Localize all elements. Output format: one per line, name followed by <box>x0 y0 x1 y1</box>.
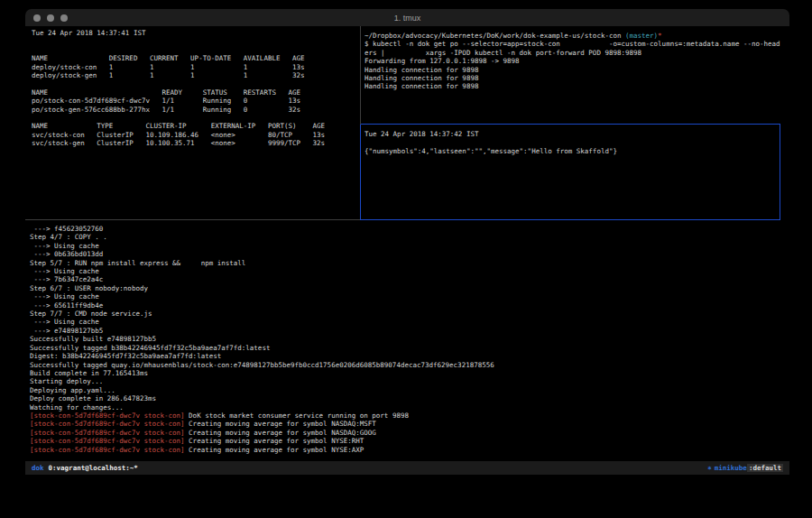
terminal-line: Step 7/7 : CMD node service.js <box>30 310 779 318</box>
terminal-line <box>32 37 356 45</box>
terminal-line: po/stock-gen-576cc688bb-277hx 1/1 Runnin… <box>32 106 356 114</box>
pane-border-vertical-active <box>360 125 361 220</box>
terminal-line: NAME READY STATUS RESTARTS AGE <box>32 88 356 97</box>
terminal-line: NAME TYPE CLUSTER-IP EXTERNAL-IP PORT(S)… <box>32 122 356 130</box>
terminal-line: ---> f45623052760 <box>30 225 779 233</box>
tmux-status-bar: dok 0:vagrant@localhost:~* ⎈ minikube :d… <box>25 461 789 475</box>
terminal-line: Successfully tagged b38b42246945fd7f32c5… <box>30 344 779 352</box>
terminal-line: Forwarding from 127.0.0.1:9898 -> 9898 <box>364 57 781 65</box>
pane-curl-response[interactable]: Tue 24 Apr 2018 14:37:42 IST{"numsymbols… <box>364 130 775 155</box>
window-titlebar: 1. tmux <box>25 9 789 26</box>
tmux-window-item[interactable]: 0:vagrant@localhost:~* <box>49 464 138 472</box>
terminal-line: Step 5/7 : RUN npm install express && np… <box>30 259 779 267</box>
terminal-line: deploy/stock-gen 1 1 1 1 32s <box>32 71 356 79</box>
terminal-line: {"numsymbols":4,"lastseen":"","message":… <box>364 147 775 155</box>
pane-border-vertical-top <box>360 26 361 125</box>
terminal-line: Successfully tagged quay.io/mhausenblas/… <box>30 361 779 369</box>
pane-port-forward[interactable]: ~/Dropbox/advocacy/Kubernetes/DoK/work/d… <box>364 32 781 91</box>
pane-border-horizontal-right-active <box>361 124 780 125</box>
terminal-line: [stock-con-5d7df689cf-dwc7v stock-con] C… <box>30 446 779 454</box>
terminal-line: [stock-con-5d7df689cf-dwc7v stock-con] C… <box>30 420 779 428</box>
terminal-line <box>32 46 356 54</box>
terminal-line: ---> Using cache <box>30 318 779 326</box>
terminal-line: ~/Dropbox/advocacy/Kubernetes/DoK/work/d… <box>364 32 781 40</box>
terminal-line: [stock-con-5d7df689cf-dwc7v stock-con] C… <box>30 437 779 445</box>
terminal-line: [stock-con-5d7df689cf-dwc7v stock-con] D… <box>30 412 779 420</box>
window-title: 1. tmux <box>25 14 789 23</box>
terminal-line: svc/stock-gen ClusterIP 10.100.35.71 <no… <box>32 139 356 147</box>
terminal-line: Deploying app.yaml... <box>30 386 779 394</box>
terminal-line: ---> 0b636bd013dd <box>30 250 779 258</box>
terminal-line: Tue 24 Apr 2018 14:37:41 IST <box>32 29 356 37</box>
terminal-line <box>32 79 356 88</box>
pane-border-horizontal-active-bottom <box>360 219 780 220</box>
terminal-line: svc/stock-con ClusterIP 10.109.186.46 <n… <box>32 131 356 139</box>
terminal-line: [stock-con-5d7df689cf-dwc7v stock-con] C… <box>30 429 779 437</box>
terminal-line: ers | xargs -IPOD kubectl -n dok port-fo… <box>364 49 781 57</box>
terminal-line: Digest: b38b42246945fd7f32c5ba9aea7af7fd… <box>30 352 779 360</box>
terminal-line: Watching for changes... <box>30 403 779 412</box>
pane-kubectl-watch[interactable]: Tue 24 Apr 2018 14:37:41 ISTNAME DESIRED… <box>32 29 356 148</box>
terminal-line: Handling connection for 9898 <box>364 74 781 82</box>
terminal-line: Handling connection for 9898 <box>364 66 781 74</box>
terminal-line: Step 6/7 : USER nobody:nobody <box>30 284 779 292</box>
terminal-line: Handling connection for 9898 <box>364 82 781 90</box>
kubernetes-helm-icon: ⎈ <box>707 464 712 472</box>
terminal-line <box>32 114 356 122</box>
pane-border-right-active <box>780 124 780 220</box>
terminal-line: Tue 24 Apr 2018 14:37:42 IST <box>364 130 775 138</box>
tmux-session-name: dok <box>32 464 44 472</box>
pane-build-log[interactable]: ---> f45623052760Step 4/7 : COPY . . ---… <box>30 225 779 454</box>
terminal-line: ---> 65611ff9db4e <box>30 301 779 310</box>
terminal-line: deploy/stock-con 1 1 1 1 13s <box>32 63 356 71</box>
terminal-line: ---> Using cache <box>30 242 779 250</box>
terminal-line: ---> 7b6347ce2a4c <box>30 275 779 283</box>
terminal-line: Step 4/7 : COPY . . <box>30 233 779 241</box>
terminal-line: Build complete in 77.165413ms <box>30 369 779 377</box>
kube-context: minikube <box>715 464 747 472</box>
pane-border-horizontal-left <box>25 219 360 220</box>
terminal-line: NAME DESIRED CURRENT UP-TO-DATE AVAILABL… <box>32 54 356 62</box>
terminal-line: po/stock-con-5d7df689cf-dwc7v 1/1 Runnin… <box>32 97 356 105</box>
terminal-line: ---> Using cache <box>30 267 779 275</box>
kube-namespace: :default <box>747 464 783 472</box>
terminal-line: ---> e74898127bb5 <box>30 327 779 335</box>
terminal-line: Starting deploy... <box>30 377 779 385</box>
terminal-line: Successfully built e74898127bb5 <box>30 335 779 343</box>
terminal-line: ---> Using cache <box>30 292 779 301</box>
terminal-line <box>364 138 775 146</box>
terminal-line: Deploy complete in 286.647823ms <box>30 394 779 402</box>
terminal-line: $ kubectl -n dok get po --selector=app=s… <box>364 40 781 48</box>
